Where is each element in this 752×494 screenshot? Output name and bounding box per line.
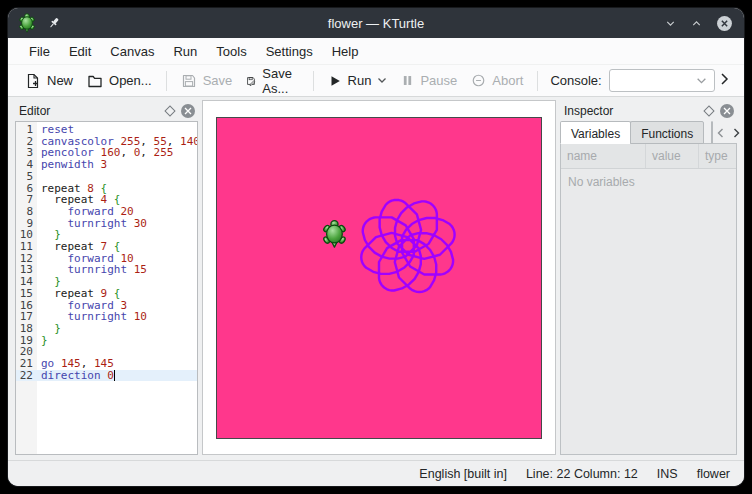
inspector-tabs: VariablesFunctions	[560, 121, 703, 144]
save-button[interactable]: Save	[174, 70, 240, 92]
chevron-down-icon	[377, 77, 387, 84]
save-as-button[interactable]: Save As...	[239, 63, 305, 99]
new-button[interactable]: New	[18, 70, 80, 92]
inspector-dock-header[interactable]: Inspector	[560, 100, 737, 121]
editor-dock-title: Editor	[19, 104, 166, 118]
column-value: value	[646, 144, 699, 168]
pause-button[interactable]: Pause	[394, 70, 464, 91]
play-icon	[328, 74, 342, 88]
table-header: namevaluetype	[561, 144, 736, 169]
console-combobox[interactable]	[609, 69, 715, 92]
tab-functions[interactable]: Functions	[630, 121, 704, 144]
status-language: English [built in]	[419, 467, 507, 481]
chevron-left-icon[interactable]	[717, 128, 724, 138]
screenshot-background: { "window": {"title": "flower — KTurtle"…	[0, 0, 752, 494]
code-lines: 1reset2canvascolor 255, 55, 1403pencolor…	[16, 124, 197, 381]
main-area: Editor 1reset2canvascolor 255, 55, 1403p…	[8, 97, 744, 460]
abort-icon	[471, 73, 486, 88]
save-icon	[181, 73, 197, 89]
line-number: 18	[16, 323, 37, 335]
editor-close-icon[interactable]	[181, 104, 195, 118]
save-button-label: Save	[203, 73, 233, 88]
variables-table: namevaluetype No variables	[560, 143, 737, 455]
chevron-down-icon	[696, 77, 707, 85]
line-number: 5	[16, 171, 37, 183]
new-button-label: New	[47, 73, 73, 88]
text-cursor	[114, 370, 115, 381]
run-button-label: Run	[348, 73, 372, 88]
new-file-icon	[25, 73, 41, 89]
turtle-canvas	[216, 117, 542, 439]
inspector-close-icon[interactable]	[720, 104, 734, 118]
line-number: 11	[16, 241, 37, 253]
canvas-view	[202, 100, 556, 455]
open-button[interactable]: Open...	[80, 70, 159, 92]
menu-tools[interactable]: Tools	[207, 41, 255, 62]
inspector-float-icon[interactable]	[703, 105, 714, 116]
column-type: type	[699, 144, 736, 168]
column-name: name	[561, 144, 646, 168]
console-label: Console:	[550, 73, 601, 88]
open-folder-icon	[87, 73, 103, 89]
editor-dock: Editor 1reset2canvascolor 255, 55, 1403p…	[15, 100, 198, 455]
toolbar: New Open... Save Save As...	[8, 65, 744, 97]
status-input-mode: INS	[657, 467, 678, 481]
menu-settings[interactable]: Settings	[257, 41, 322, 62]
menu-file[interactable]: File	[20, 41, 59, 62]
menu-edit[interactable]: Edit	[60, 41, 100, 62]
toolbar-separator	[313, 71, 314, 91]
menu-canvas[interactable]: Canvas	[101, 41, 163, 62]
status-cursor-position: Line: 22 Column: 12	[526, 467, 638, 481]
status-bar: English [built in] Line: 22 Column: 12 I…	[8, 460, 744, 486]
pause-icon	[401, 74, 414, 87]
abort-button[interactable]: Abort	[464, 70, 530, 91]
menu-help[interactable]: Help	[323, 41, 368, 62]
close-icon[interactable]	[716, 15, 733, 32]
menu-bar: FileEditCanvasRunToolsSettingsHelp	[8, 38, 744, 65]
inspector-tab-bar: VariablesFunctions	[560, 121, 737, 144]
minimize-icon[interactable]	[664, 17, 677, 30]
editor-float-icon[interactable]	[164, 105, 175, 116]
save-as-button-label: Save As...	[262, 66, 298, 96]
code-line-19[interactable]: 19}	[16, 335, 197, 347]
line-number: 15	[16, 288, 37, 300]
line-number: 1	[16, 124, 37, 136]
maximize-icon[interactable]	[690, 17, 703, 30]
open-button-label: Open...	[109, 73, 152, 88]
turtle-icon[interactable]	[18, 13, 36, 33]
line-number: 22	[16, 370, 37, 382]
toolbar-separator	[166, 71, 167, 91]
save-as-icon	[246, 73, 256, 89]
table-empty-message: No variables	[561, 169, 736, 195]
code-line-22[interactable]: 22direction 0	[16, 370, 197, 382]
status-document-name: flower	[697, 467, 730, 481]
chevron-right-icon[interactable]	[733, 128, 740, 138]
inspector-dock-title: Inspector	[564, 104, 705, 118]
menu-run[interactable]: Run	[164, 41, 206, 62]
toolbar-separator	[537, 71, 538, 91]
pin-icon[interactable]	[47, 16, 61, 30]
editor-dock-header[interactable]: Editor	[15, 100, 198, 121]
inspector-dock: Inspector VariablesFunctions	[560, 100, 737, 455]
abort-button-label: Abort	[492, 73, 523, 88]
title-bar[interactable]: flower — KTurtle	[8, 8, 744, 38]
tab-scroll-buttons	[713, 121, 743, 144]
pause-button-label: Pause	[420, 73, 457, 88]
line-number: 8	[16, 206, 37, 218]
run-button[interactable]: Run	[321, 70, 395, 91]
line-number: 21	[16, 358, 37, 370]
code-editor[interactable]: 1reset2canvascolor 255, 55, 1403pencolor…	[15, 121, 198, 455]
window-title: flower — KTurtle	[8, 16, 744, 31]
chevron-right-icon	[719, 72, 730, 86]
toolbar-extension-button[interactable]	[715, 69, 734, 92]
tab-variables[interactable]: Variables	[560, 121, 631, 144]
kturtle-window: flower — KTurtle FileEditCanvasRunToolsS…	[8, 8, 744, 486]
code-line-4[interactable]: 4penwidth 3	[16, 159, 197, 171]
